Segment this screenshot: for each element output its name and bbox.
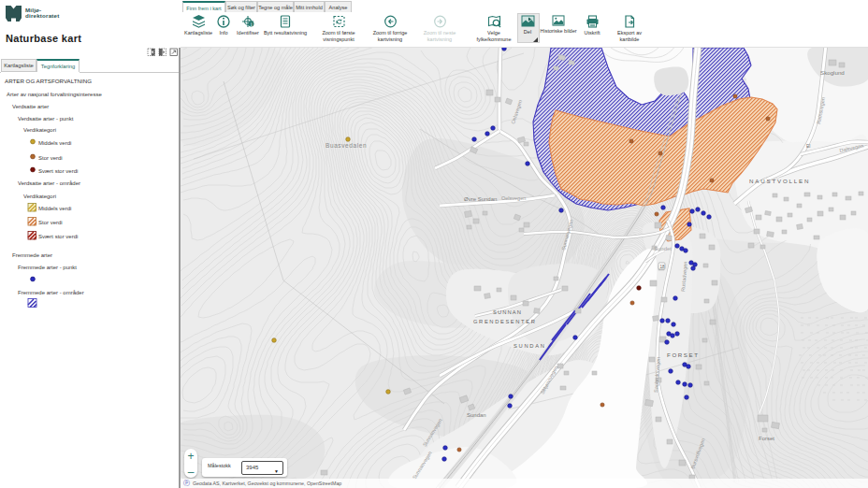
svg-text:18: 18 xyxy=(660,265,666,269)
svg-text:FORSET: FORSET xyxy=(667,352,700,358)
svg-text:NAUSTVOLLEN: NAUSTVOLLEN xyxy=(749,178,810,184)
svg-text:GRENDESENTER: GRENDESENTER xyxy=(473,319,537,324)
svg-text:Buasvedalen: Buasvedalen xyxy=(326,142,367,149)
svg-text:SUNNAN: SUNNAN xyxy=(493,309,522,315)
svg-text:El: El xyxy=(806,143,810,149)
svg-text:Forset: Forset xyxy=(759,436,774,441)
svg-text:Øvre Sundan: Øvre Sundan xyxy=(464,196,497,202)
svg-text:Oelsvegen: Oelsvegen xyxy=(501,195,526,201)
svg-text:Sundan: Sundan xyxy=(467,412,486,418)
svg-text:Oelavegen: Oelavegen xyxy=(510,99,523,124)
svg-text:Skoglund: Skoglund xyxy=(820,69,845,76)
svg-text:SUNDAN: SUNDAN xyxy=(514,343,546,349)
svg-text:Sundet: Sundet xyxy=(654,246,672,251)
